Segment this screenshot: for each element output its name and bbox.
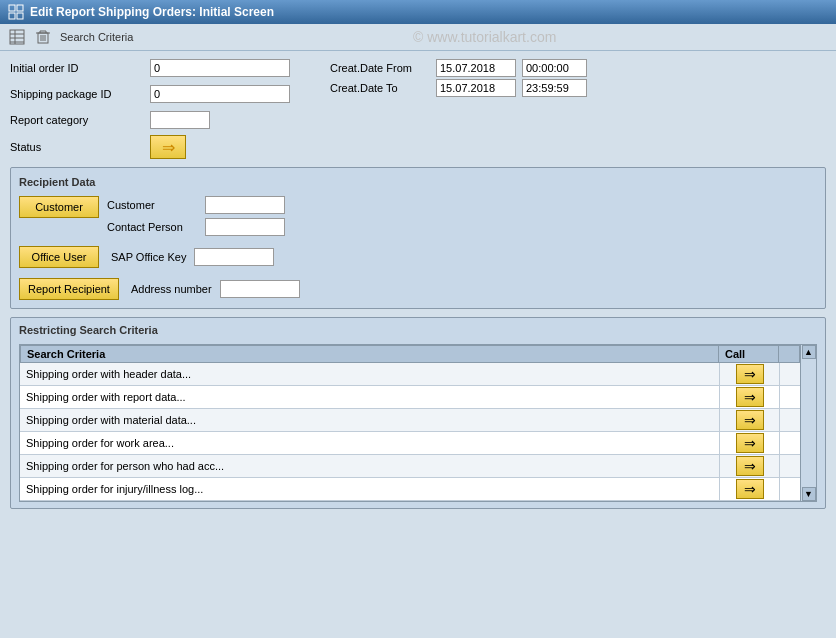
report-recipient-button[interactable]: Report Recipient: [19, 278, 119, 300]
table-row: Shipping order for work area... ⇒: [20, 432, 800, 455]
call-arrow-6[interactable]: ⇒: [736, 479, 764, 499]
watermark: © www.tutorialkart.com: [141, 29, 828, 45]
call-arrow-2[interactable]: ⇒: [736, 387, 764, 407]
main-content: Initial order ID Shipping package ID Cre…: [0, 51, 836, 517]
grid-icon: [8, 4, 24, 20]
call-btn-2[interactable]: ⇒: [720, 386, 780, 408]
row-label-6: Shipping order for injury/illness log...: [20, 478, 720, 500]
report-category-label: Report category: [10, 114, 140, 126]
table-row: Shipping order for injury/illness log...…: [20, 478, 800, 501]
delete-icon[interactable]: [34, 28, 52, 46]
call-btn-6[interactable]: ⇒: [720, 478, 780, 500]
contact-person-label: Contact Person: [107, 221, 197, 233]
creat-date-from-label: Creat.Date From: [330, 62, 430, 74]
call-btn-4[interactable]: ⇒: [720, 432, 780, 454]
report-category-row: Report category: [10, 111, 826, 129]
table-row: Shipping order with material data... ⇒: [20, 409, 800, 432]
status-arrow-button[interactable]: ⇒: [150, 135, 186, 159]
call-btn-5[interactable]: ⇒: [720, 455, 780, 477]
recipient-data-title: Recipient Data: [19, 176, 817, 188]
initial-order-row: Initial order ID: [10, 59, 290, 77]
svg-rect-3: [17, 13, 23, 19]
sap-office-key-label: SAP Office Key: [111, 251, 186, 263]
call-arrow-3[interactable]: ⇒: [736, 410, 764, 430]
recipient-data-panel: Recipient Data Customer Customer Contact…: [10, 167, 826, 309]
shipping-package-row: Shipping package ID: [10, 85, 290, 103]
toolbar: Search Criteria © www.tutorialkart.com: [0, 24, 836, 51]
creat-date-from-row: Creat.Date From: [330, 59, 587, 77]
creat-date-from-time-input[interactable]: [522, 59, 587, 77]
table-icon[interactable]: [8, 28, 26, 46]
restricting-search-title: Restricting Search Criteria: [19, 324, 817, 336]
call-header: Call: [719, 346, 779, 362]
table-header: Search Criteria Call: [20, 345, 800, 363]
customer-button[interactable]: Customer: [19, 196, 99, 218]
svg-rect-2: [9, 13, 15, 19]
creat-date-to-label: Creat.Date To: [330, 82, 430, 94]
date-group: Creat.Date From Creat.Date To: [330, 59, 587, 107]
report-category-input[interactable]: [150, 111, 210, 129]
search-criteria-header: Search Criteria: [21, 346, 719, 362]
status-row: Status ⇒: [10, 135, 826, 159]
table-row: Shipping order with report data... ⇒: [20, 386, 800, 409]
sap-office-key-input[interactable]: [194, 248, 274, 266]
call-arrow-5[interactable]: ⇒: [736, 456, 764, 476]
call-btn-1[interactable]: ⇒: [720, 363, 780, 385]
contact-person-input[interactable]: [205, 218, 285, 236]
office-user-button[interactable]: Office User: [19, 246, 99, 268]
scroll-up-button[interactable]: ▲: [802, 345, 816, 359]
call-arrow-1[interactable]: ⇒: [736, 364, 764, 384]
shipping-package-id-input[interactable]: [150, 85, 290, 103]
call-arrow-4[interactable]: ⇒: [736, 433, 764, 453]
status-label: Status: [10, 141, 140, 153]
shipping-package-id-label: Shipping package ID: [10, 88, 140, 100]
row-label-5: Shipping order for person who had acc...: [20, 455, 720, 477]
row-label-4: Shipping order for work area...: [20, 432, 720, 454]
row-label-2: Shipping order with report data...: [20, 386, 720, 408]
status-arrow-icon: ⇒: [162, 138, 175, 157]
title-bar: Edit Report Shipping Orders: Initial Scr…: [0, 0, 836, 24]
address-number-label: Address number: [131, 283, 212, 295]
table-row: Shipping order for person who had acc...…: [20, 455, 800, 478]
call-btn-3[interactable]: ⇒: [720, 409, 780, 431]
table-row: Shipping order with header data... ⇒: [20, 363, 800, 386]
row-label-3: Shipping order with material data...: [20, 409, 720, 431]
search-criteria-label: Search Criteria: [60, 31, 133, 43]
initial-order-id-label: Initial order ID: [10, 62, 140, 74]
page-title: Edit Report Shipping Orders: Initial Scr…: [30, 5, 274, 19]
initial-order-id-input[interactable]: [150, 59, 290, 77]
svg-rect-0: [9, 5, 15, 11]
creat-date-to-time-input[interactable]: [522, 79, 587, 97]
restricting-search-panel: Restricting Search Criteria Search Crite…: [10, 317, 826, 509]
creat-date-to-input[interactable]: [436, 79, 516, 97]
scroll-down-button[interactable]: ▼: [802, 487, 816, 501]
customer-input[interactable]: [205, 196, 285, 214]
creat-date-to-row: Creat.Date To: [330, 79, 587, 97]
customer-label: Customer: [107, 199, 197, 211]
row-label-1: Shipping order with header data...: [20, 363, 720, 385]
svg-rect-1: [17, 5, 23, 11]
creat-date-from-input[interactable]: [436, 59, 516, 77]
address-number-input[interactable]: [220, 280, 300, 298]
